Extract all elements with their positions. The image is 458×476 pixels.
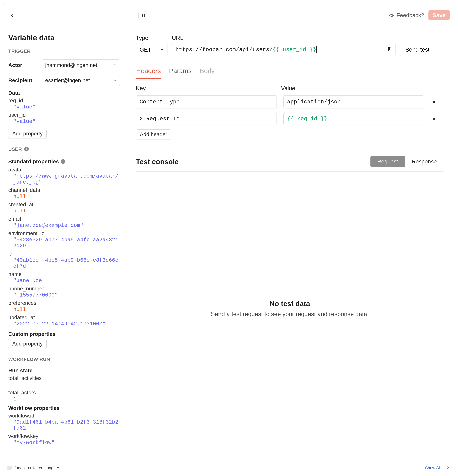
property-key: user_id [8, 112, 120, 118]
actor-label: Actor [8, 62, 40, 68]
console-toggle-group: Request Response [370, 156, 444, 167]
feedback-label: Feedback? [397, 12, 424, 18]
header-key-input[interactable]: Content-Type [136, 95, 277, 109]
property-value: 1 [13, 396, 120, 402]
recipient-label: Recipient [8, 77, 40, 83]
property-key: avatar [8, 167, 120, 173]
header-row: X-Request-Id{{ req_id }} [136, 112, 444, 125]
property-value: "my-workflow" [13, 440, 120, 446]
standard-properties-label: Standard properties [8, 159, 59, 164]
property-key: workflow.key [8, 433, 120, 439]
remove-header-button[interactable] [431, 116, 437, 122]
tab-body: Body [199, 67, 215, 79]
property-value: "Jane Doe" [13, 278, 120, 284]
console-empty-body: Send a test request to see your request … [211, 311, 369, 317]
property-key: environment_id [8, 230, 120, 236]
clipboard-icon[interactable] [387, 47, 392, 52]
toggle-side-panel-button[interactable] [138, 11, 147, 20]
test-console-title: Test console [136, 158, 179, 166]
add-header-button[interactable]: Add header [136, 129, 171, 139]
save-button[interactable]: Save [428, 10, 450, 20]
show-all-link[interactable]: Show All [425, 466, 441, 470]
type-label: Type [136, 35, 167, 41]
svg-rect-0 [141, 14, 145, 17]
property-key: phone_number [8, 286, 120, 292]
actor-select[interactable]: jhammond@ingen.net [42, 60, 120, 71]
header-row: Content-Typeapplication/json [136, 95, 444, 109]
back-button[interactable] [8, 12, 16, 19]
svg-rect-3 [388, 47, 390, 50]
property-value: null [13, 208, 120, 214]
property-value: "9ad1f461-b4ba-4b61-b2f3-318f32b2fd62" [13, 419, 120, 431]
chevron-down-icon [113, 77, 117, 83]
section-header-user: USER i [3, 144, 125, 154]
property-key: email [8, 216, 120, 222]
header-key-input[interactable]: X-Request-Id [136, 112, 277, 125]
tab-params[interactable]: Params [169, 67, 192, 79]
tab-headers[interactable]: Headers [136, 67, 161, 79]
section-header-workflow-run: WORKFLOW RUN [3, 354, 125, 364]
request-type-select[interactable]: GET [136, 43, 167, 56]
property-value: "value" [13, 104, 120, 110]
property-key: workflow.id [8, 413, 120, 419]
chevron-down-icon [113, 62, 117, 68]
close-bar-button[interactable] [446, 466, 450, 470]
console-empty-title: No test data [269, 299, 310, 308]
info-icon[interactable]: i [24, 147, 29, 152]
property-value: "+15557770000" [13, 292, 120, 298]
url-label: URL [172, 35, 396, 41]
property-key: preferences [8, 300, 120, 306]
file-icon: ◎ [7, 466, 12, 470]
section-header-trigger: TRIGGER [3, 46, 125, 56]
chevron-down-icon [160, 46, 164, 53]
recipient-select[interactable]: esattler@ingen.net [42, 75, 120, 86]
property-key: updated_at [8, 314, 120, 321]
run-state-label: Run state [8, 367, 120, 374]
chevron-up-icon [56, 466, 60, 470]
console-request-tab[interactable]: Request [371, 156, 405, 167]
property-value: "5423e529-ab77-4ba5-a4fb-aa2a43212d29" [13, 237, 120, 249]
download-file-name: functions_fetch....png [15, 466, 53, 470]
url-input[interactable]: https://foobar.com/api/users/{{ user_id … [172, 43, 396, 56]
property-value: 1 [13, 382, 120, 388]
property-value: "https://www.gravatar.com/avatar/jane.jp… [13, 173, 120, 185]
property-value: null [13, 194, 120, 200]
headers-value-label: Value [281, 85, 422, 92]
add-property-button[interactable]: Add property [8, 129, 47, 139]
property-value: "jane.doe@example.com" [13, 222, 120, 229]
console-response-tab[interactable]: Response [405, 156, 444, 167]
add-property-button[interactable]: Add property [8, 339, 47, 349]
send-test-button[interactable]: Send test [400, 43, 435, 56]
feedback-link[interactable]: Feedback? [389, 12, 424, 18]
property-key: name [8, 271, 120, 277]
property-value: "value" [13, 119, 120, 125]
header-value-input[interactable]: {{ req_id }} [284, 112, 424, 125]
property-key: req_id [8, 98, 120, 103]
property-key: created_at [8, 202, 120, 207]
property-key: total_activities [8, 375, 120, 381]
header-value-input[interactable]: application/json [284, 95, 424, 109]
property-value: "2022-07-22T14:49:42.103100Z" [13, 321, 120, 327]
workflow-properties-label: Workflow properties [8, 405, 120, 411]
headers-key-label: Key [136, 85, 277, 92]
property-value: "40ab1ccf-4bc5-4ab9-b66e-c8f3d66ccf7d" [13, 257, 120, 269]
download-file-chip[interactable]: ◎ functions_fetch....png [3, 463, 64, 473]
property-key: id [8, 251, 120, 257]
property-key: channel_data [8, 187, 120, 193]
remove-header-button[interactable] [431, 99, 437, 105]
property-value: null [13, 306, 120, 313]
custom-properties-label: Custom properties [8, 331, 120, 337]
megaphone-icon [389, 13, 394, 18]
property-key: total_actors [8, 390, 120, 396]
sidebar-title: Variable data [3, 27, 125, 46]
info-icon[interactable]: i [61, 159, 65, 164]
trigger-data-label: Data [8, 90, 120, 96]
